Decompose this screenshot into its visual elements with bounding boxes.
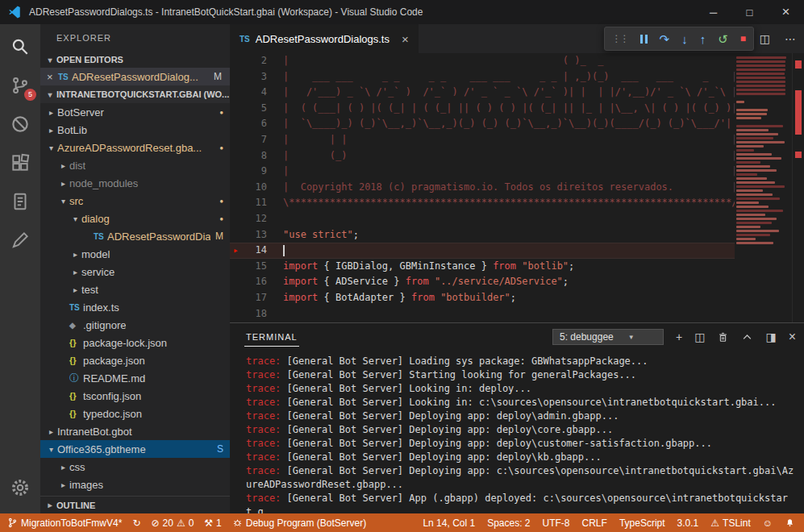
tree-item-service[interactable]: ▸service	[40, 263, 230, 281]
chevron-collapsed-icon[interactable]: ▸	[57, 161, 69, 170]
tree-item-index-ts[interactable]: TSindex.ts	[40, 298, 230, 316]
outline-section-header[interactable]: ▸ OUTLINE	[40, 496, 230, 513]
chevron-collapsed-icon[interactable]: ▸	[69, 250, 81, 259]
code-line-9[interactable]: 9| |	[230, 164, 804, 180]
close-panel-icon[interactable]: ×	[789, 330, 796, 344]
code-line-2[interactable]: 2| ( )_ _ |	[230, 53, 804, 69]
sync-button[interactable]: ↻	[132, 517, 140, 529]
tree-item-src[interactable]: ▾src●	[40, 192, 230, 210]
restart-button[interactable]: ↺	[718, 33, 728, 45]
code-line-12[interactable]: 12	[230, 211, 804, 227]
tree-item-tsconfig-json[interactable]: {}tsconfig.json	[40, 387, 230, 405]
step-over-button[interactable]: ↷	[660, 33, 670, 45]
feedback-smiley-icon[interactable]: ☺	[763, 517, 773, 529]
tree-item-botlib[interactable]: ▸BotLib	[40, 121, 230, 139]
tree-item-css[interactable]: ▸css	[40, 458, 230, 476]
tree-item-intranetbot-gbot[interactable]: ▸IntranetBot.gbot	[40, 422, 230, 440]
open-editors-header[interactable]: ▾ OPEN EDITORS	[40, 52, 230, 68]
tree-item-typedoc-json[interactable]: {}typedoc.json	[40, 405, 230, 422]
minimize-button[interactable]: ─	[695, 0, 731, 24]
source-control-icon[interactable]: 5	[0, 66, 40, 105]
search-icon[interactable]	[0, 27, 40, 66]
cursor-position[interactable]: Ln 14, Col 1	[423, 517, 475, 529]
code-line-15[interactable]: 15import { IGBDialog, GBMinInstance } fr…	[230, 259, 804, 275]
tree-item-adresetpassworddial[interactable]: TSADResetPasswordDial...M	[40, 227, 230, 245]
encoding[interactable]: UTF-8	[543, 517, 570, 529]
git-branch-item[interactable]: MigrationToBotFmwV4*	[7, 517, 122, 529]
chevron-collapsed-icon[interactable]: ▸	[69, 285, 81, 294]
chevron-expanded-icon[interactable]: ▾	[45, 445, 57, 454]
code-line-8[interactable]: 8| (_) |	[230, 148, 804, 164]
code-line-4[interactable]: 4| /'___) _ `\ /'_` ) /'_` ) /' _ ` _ `\…	[230, 85, 804, 101]
split-editor-icon[interactable]: ◫	[760, 32, 770, 45]
code-line-14[interactable]: ▸14	[230, 243, 804, 259]
close-editor-icon[interactable]: ×	[47, 71, 58, 83]
terminal-selector[interactable]: 5: debuggee ▼	[552, 329, 664, 345]
code-line-11[interactable]: 11\*************************************…	[230, 195, 804, 211]
tree-item-readme-md[interactable]: ⓘREADME.md	[40, 369, 230, 387]
ts-version[interactable]: 3.0.1	[677, 517, 699, 529]
tab-adresetpassworddialogs[interactable]: TS ADResetPasswordDialogs.ts ×	[230, 24, 419, 53]
drag-handle-icon[interactable]: ⋮⋮	[612, 34, 628, 44]
code-line-18[interactable]: 18	[230, 306, 804, 322]
chevron-expanded-icon[interactable]: ▾	[69, 214, 81, 223]
files-icon[interactable]	[0, 182, 40, 221]
problems-item[interactable]: ⊘ 20 ⚠ 0	[151, 517, 194, 529]
edit-icon[interactable]	[0, 221, 40, 260]
settings-gear-icon[interactable]	[0, 468, 40, 507]
eol-sequence[interactable]: CRLF	[582, 517, 607, 529]
terminal-output[interactable]: trace: [General Bot Server] Loading sys …	[230, 351, 804, 513]
build-tasks-item[interactable]: ⚒ 1	[204, 517, 221, 529]
pause-button[interactable]	[640, 35, 648, 44]
tree-item-package-json[interactable]: {}package.json	[40, 351, 230, 369]
tree-item-model[interactable]: ▸model	[40, 245, 230, 263]
stop-button[interactable]: ■	[740, 34, 746, 44]
notifications-bell-icon[interactable]	[785, 517, 795, 528]
chevron-expanded-icon[interactable]: ▾	[57, 197, 69, 206]
chevron-expanded-icon[interactable]: ▾	[45, 143, 57, 152]
step-out-button[interactable]: ↑	[700, 33, 706, 45]
maximize-button[interactable]: □	[731, 0, 768, 24]
open-editor-item[interactable]: × TS ADResetPasswordDialog... M	[40, 68, 230, 85]
indentation[interactable]: Spaces: 2	[487, 517, 530, 529]
workspace-section-header[interactable]: ▾ INTRANETBOTQUICKSTART.GBAI (WO...	[40, 85, 230, 103]
chevron-collapsed-icon[interactable]: ▸	[45, 427, 57, 436]
debug-icon[interactable]	[0, 105, 40, 143]
tree-item-dialog[interactable]: ▾dialog●	[40, 210, 230, 227]
tree-item-azureadpasswordreset-gba[interactable]: ▾AzureADPasswordReset.gba...●	[40, 139, 230, 156]
minimap[interactable]	[735, 55, 793, 322]
code-line-13[interactable]: 13"use strict";	[230, 227, 804, 243]
new-terminal-icon[interactable]: +	[676, 330, 682, 343]
debug-program-item[interactable]: Debug Program (BotServer)	[232, 517, 366, 529]
step-into-button[interactable]: ↓	[681, 33, 688, 45]
tree-item-package-lock-json[interactable]: {}package-lock.json	[40, 334, 230, 351]
code-line-16[interactable]: 16import { ADService } from "../service/…	[230, 274, 804, 290]
code-line-17[interactable]: 17import { BotAdapter } from "botbuilder…	[230, 290, 804, 306]
code-line-7[interactable]: 7| | | |	[230, 132, 804, 148]
code-line-5[interactable]: 5| ( (___| ( ) |( (_| | ( (_| || ( ) ( )…	[230, 101, 804, 117]
overview-ruler[interactable]	[792, 53, 804, 322]
code-editor[interactable]: 2| ( )_ _ |3| ___ ___ _ _ _ _ ___ ___ _ …	[230, 53, 804, 322]
code-line-6[interactable]: 6| `\____)_) (_)`\__,_)`\__,_)(_) (_) (_…	[230, 116, 804, 132]
tree-item-images[interactable]: ▸images	[40, 476, 230, 493]
tree-item-dist[interactable]: ▸dist	[40, 156, 230, 174]
chevron-collapsed-icon[interactable]: ▸	[69, 268, 81, 276]
chevron-collapsed-icon[interactable]: ▸	[57, 179, 69, 188]
maximize-panel-icon[interactable]	[741, 331, 753, 343]
chevron-collapsed-icon[interactable]: ▸	[57, 480, 69, 489]
extensions-icon[interactable]	[0, 143, 40, 182]
panel-layout-icon[interactable]: ◨	[765, 330, 776, 343]
kill-terminal-icon[interactable]	[717, 331, 729, 343]
tree-item-test[interactable]: ▸test	[40, 281, 230, 298]
code-line-10[interactable]: 10| Copyright 2018 (c) pragmatismo.io. T…	[230, 180, 804, 196]
tree-item-office365-gbtheme[interactable]: ▾Office365.gbthemeS	[40, 440, 230, 458]
more-actions-icon[interactable]: ⋯	[785, 32, 796, 45]
tree-item-node-modules[interactable]: ▸node_modules	[40, 174, 230, 192]
tslint-item[interactable]: ⚠ TSLint	[710, 517, 750, 529]
chevron-collapsed-icon[interactable]: ▸	[57, 463, 69, 472]
tab-close-icon[interactable]: ×	[402, 32, 409, 46]
split-terminal-icon[interactable]: ◫	[694, 330, 705, 343]
tree-item-gitignore[interactable]: ◆.gitignore	[40, 316, 230, 334]
language-mode[interactable]: TypeScript	[619, 517, 665, 529]
terminal-tab[interactable]: TERMINAL	[244, 328, 299, 347]
